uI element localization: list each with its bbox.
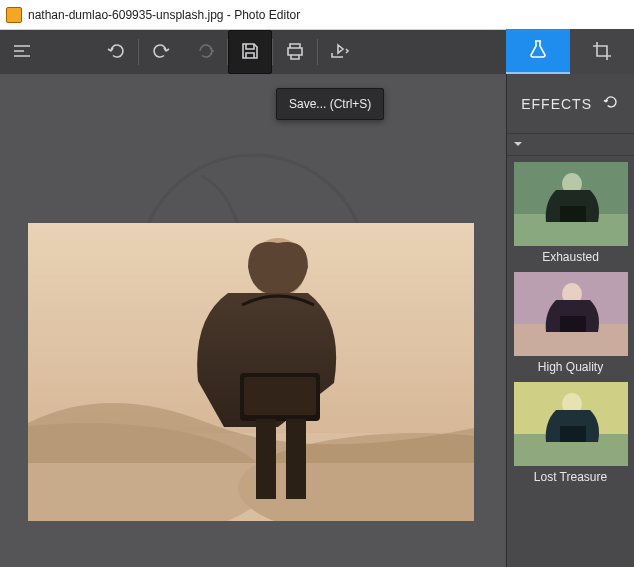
- undo-button[interactable]: [94, 30, 138, 74]
- toolbar-left: [0, 30, 506, 74]
- print-button[interactable]: [273, 30, 317, 74]
- redo-forward-icon: [194, 40, 216, 65]
- redo-icon: [150, 40, 172, 65]
- flask-icon: [527, 38, 549, 63]
- effect-label: High Quality: [507, 356, 634, 376]
- toolbar-right-tabs: [506, 30, 634, 74]
- effects-panel-header: EFFECTS: [507, 74, 634, 134]
- svg-rect-17: [560, 316, 586, 332]
- svg-rect-9: [286, 419, 306, 499]
- effect-item-lost-treasure[interactable]: Lost Treasure: [507, 382, 634, 486]
- photo-preview: [28, 223, 474, 521]
- effect-item-exhausted[interactable]: Exhausted: [507, 162, 634, 266]
- tooltip-text: Save... (Ctrl+S): [289, 97, 371, 111]
- effects-section-toggle[interactable]: [507, 134, 634, 156]
- undo-small-icon[interactable]: [602, 94, 618, 113]
- svg-rect-7: [244, 377, 316, 415]
- svg-rect-21: [560, 426, 586, 442]
- save-icon: [240, 41, 260, 64]
- tab-crop[interactable]: [570, 29, 634, 75]
- effect-thumb: [514, 272, 628, 356]
- effects-panel: EFFECTS Exhausted High Quality: [506, 74, 634, 567]
- redo-forward-button[interactable]: [183, 30, 227, 74]
- toolbar: [0, 30, 634, 74]
- menu-icon: [12, 41, 32, 64]
- canvas-area[interactable]: Save... (Ctrl+S): [0, 74, 506, 567]
- effect-item-high-quality[interactable]: High Quality: [507, 272, 634, 376]
- effect-thumb: [514, 162, 628, 246]
- redo-button[interactable]: [139, 30, 183, 74]
- effect-thumb: [514, 382, 628, 466]
- main-area: Save... (Ctrl+S) EFFECTS Exhausted: [0, 74, 634, 567]
- save-tooltip: Save... (Ctrl+S): [276, 88, 384, 120]
- share-button[interactable]: [318, 30, 362, 74]
- effects-heading: EFFECTS: [521, 96, 592, 112]
- print-icon: [285, 41, 305, 64]
- svg-rect-13: [560, 206, 586, 222]
- chevron-down-icon: [513, 137, 523, 152]
- undo-icon: [105, 40, 127, 65]
- menu-button[interactable]: [0, 30, 44, 74]
- svg-rect-8: [256, 419, 276, 499]
- crop-icon: [591, 40, 613, 65]
- share-icon: [329, 41, 351, 64]
- tab-effects[interactable]: [506, 29, 570, 75]
- effect-label: Lost Treasure: [507, 466, 634, 486]
- window-title: nathan-dumlao-609935-unsplash.jpg - Phot…: [28, 8, 300, 22]
- title-bar: nathan-dumlao-609935-unsplash.jpg - Phot…: [0, 0, 634, 30]
- app-icon: [6, 7, 22, 23]
- effect-label: Exhausted: [507, 246, 634, 266]
- effects-list[interactable]: Exhausted High Quality Lost Treasure: [507, 156, 634, 567]
- save-button[interactable]: [228, 30, 272, 74]
